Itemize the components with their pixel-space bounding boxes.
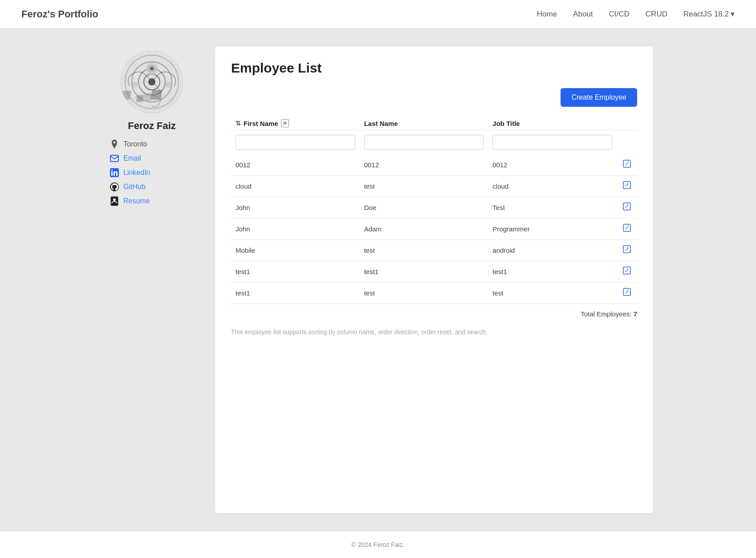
employee-last-name: test [360, 283, 488, 304]
employee-first-name[interactable]: cloud [231, 176, 360, 197]
svg-rect-15 [150, 90, 163, 100]
navbar: Feroz's Portfolio Home About CI/CD CRUD … [0, 0, 756, 28]
sidebar: Feroz Faiz Toronto Emai [103, 46, 201, 513]
employee-job-title: Test [488, 197, 617, 218]
create-employee-button[interactable]: Create Employee [561, 88, 637, 107]
employee-last-name: test [360, 176, 488, 197]
filter-row [231, 130, 637, 155]
employee-job-title: test [488, 283, 617, 304]
sidebar-links: Toronto Email [103, 140, 201, 206]
edit-cell [617, 283, 637, 304]
edit-cell [617, 176, 637, 197]
filter-job-title[interactable] [492, 135, 612, 150]
col-first-name-label: First Name [244, 120, 278, 127]
clear-filter-icon[interactable]: ✕ [281, 119, 289, 127]
employee-first-name[interactable]: Mobile [231, 240, 360, 261]
filter-first-name[interactable] [236, 135, 355, 150]
sidebar-username: Feroz Faiz [128, 120, 176, 132]
table-row: 0012 0012 0012 [231, 154, 637, 176]
sidebar-github-label: GitHub [123, 183, 146, 191]
employee-table-body: 0012 0012 0012 cloud test cloud [231, 154, 637, 304]
sidebar-linkedin-link[interactable]: LinkedIn [110, 168, 201, 177]
edit-cell [617, 261, 637, 283]
nav-home[interactable]: Home [537, 10, 557, 19]
edit-employee-button[interactable] [621, 159, 633, 171]
employee-last-name: test1 [360, 261, 488, 283]
employee-job-title: test1 [488, 261, 617, 283]
edit-employee-button[interactable] [621, 223, 633, 235]
footer: © 2024 Feroz Faiz. [0, 531, 756, 558]
col-last-name-label: Last Name [364, 120, 398, 127]
location-icon [110, 140, 119, 149]
total-row: Total Employees: 7 [231, 310, 637, 318]
sidebar-linkedin-label: LinkedIn [123, 169, 150, 177]
nav-crud[interactable]: CRUD [646, 10, 667, 19]
employee-table: ⇅ First Name ✕ Last Name Job Title [231, 116, 637, 304]
employee-first-name[interactable]: 0012 [231, 154, 360, 176]
edit-employee-button[interactable] [621, 287, 633, 299]
nav-reactjs-dropdown[interactable]: ReactJS 18.2 ▾ [683, 9, 735, 19]
table-row: test1 test test [231, 283, 637, 304]
svg-rect-17 [165, 82, 171, 87]
page-title: Employee List [231, 61, 637, 76]
edit-cell [617, 154, 637, 176]
svg-point-28 [113, 198, 116, 201]
col-job-title-label: Job Title [492, 120, 520, 127]
col-job-title: Job Title [488, 116, 617, 130]
nav-brand: Feroz's Portfolio [21, 8, 98, 20]
edit-employee-button[interactable] [621, 244, 633, 256]
employee-last-name: Adam [360, 218, 488, 240]
sidebar-location: Toronto [110, 140, 201, 149]
edit-cell [617, 240, 637, 261]
svg-rect-12 [121, 91, 132, 100]
nav-reactjs-label: ReactJS 18.2 [683, 10, 729, 19]
footer-text: © 2024 Feroz Faiz. [351, 541, 404, 548]
github-icon [110, 182, 119, 191]
employee-job-title: 0012 [488, 154, 617, 176]
total-label: Total Employees: [581, 310, 631, 318]
email-icon [110, 154, 119, 163]
svg-rect-13 [136, 95, 143, 102]
employee-last-name: test [360, 240, 488, 261]
filter-last-name[interactable] [364, 135, 484, 150]
employee-first-name[interactable]: test1 [231, 261, 360, 283]
sidebar-email-link[interactable]: Email [110, 154, 201, 163]
col-actions [617, 116, 637, 130]
avatar [121, 51, 183, 113]
table-row: cloud test cloud [231, 176, 637, 197]
svg-point-25 [111, 170, 113, 171]
svg-rect-14 [142, 93, 152, 101]
svg-point-21 [150, 67, 153, 70]
svg-rect-16 [132, 82, 137, 87]
nav-links: Home About CI/CD CRUD ReactJS 18.2 ▾ [537, 9, 735, 19]
page-content: Feroz Faiz Toronto Emai [89, 28, 667, 531]
employee-last-name: 0012 [360, 154, 488, 176]
employee-job-title: android [488, 240, 617, 261]
info-text: This employee list supports sorting by c… [231, 328, 637, 336]
employee-first-name[interactable]: John [231, 218, 360, 240]
sidebar-resume-link[interactable]: Resume [110, 197, 201, 206]
table-row: John Doe Test [231, 197, 637, 218]
sidebar-email-label: Email [123, 154, 141, 162]
edit-employee-button[interactable] [621, 202, 633, 214]
col-first-name: ⇅ First Name ✕ [231, 116, 360, 130]
sort-icon[interactable]: ⇅ [236, 120, 241, 127]
main-content: Employee List Create Employee ⇅ First Na… [215, 46, 653, 513]
table-row: John Adam Programmer [231, 218, 637, 240]
total-count: 7 [634, 310, 637, 318]
col-last-name: Last Name [360, 116, 488, 130]
edit-employee-button[interactable] [621, 180, 633, 192]
chevron-down-icon: ▾ [731, 9, 735, 19]
table-row: Mobile test android [231, 240, 637, 261]
svg-rect-24 [111, 171, 113, 176]
sidebar-resume-label: Resume [123, 197, 150, 205]
nav-about[interactable]: About [573, 10, 593, 19]
nav-cicd[interactable]: CI/CD [609, 10, 630, 19]
employee-first-name[interactable]: test1 [231, 283, 360, 304]
employee-first-name[interactable]: John [231, 197, 360, 218]
edit-employee-button[interactable] [621, 266, 633, 278]
employee-last-name: Doe [360, 197, 488, 218]
employee-job-title: cloud [488, 176, 617, 197]
sidebar-github-link[interactable]: GitHub [110, 182, 201, 191]
linkedin-icon [110, 168, 119, 177]
